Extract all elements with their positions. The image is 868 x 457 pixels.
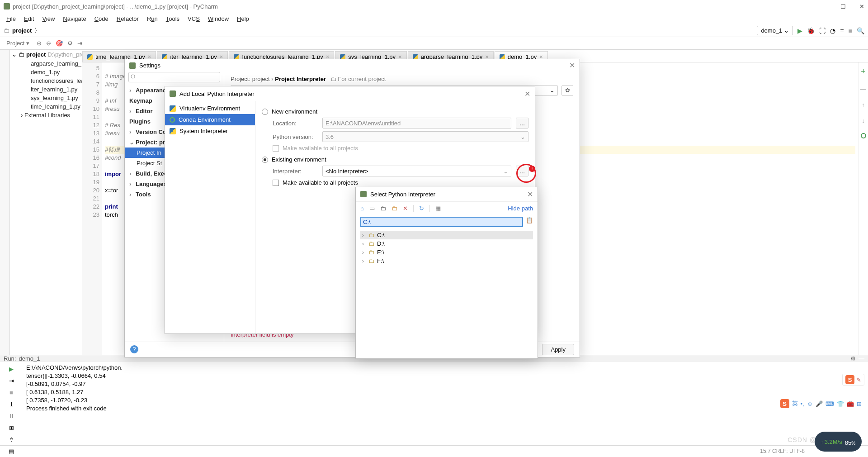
left-gutter-toolwindow[interactable]: [0, 50, 10, 355]
project-root[interactable]: ⌄ 🗀 project D:\python_pro: [10, 50, 82, 59]
radio-existing-env[interactable]: [262, 157, 268, 163]
ime-toolbar[interactable]: S 英 •, ☺ 🎤 ⌨ 👕 🧰 ⊞: [778, 398, 864, 409]
menu-edit[interactable]: Edit: [20, 14, 38, 23]
history-icon[interactable]: 📋: [526, 217, 533, 227]
new-env-radio-row[interactable]: New environment: [262, 108, 528, 115]
drive-row[interactable]: ›🗀F:\: [360, 257, 533, 265]
attach-icon[interactable]: ≡: [840, 27, 844, 34]
coverage-icon[interactable]: ⛶: [819, 27, 826, 34]
hide-icon[interactable]: ⇥: [77, 40, 82, 47]
ime-grid-icon[interactable]: ⊞: [857, 400, 862, 407]
gear-icon[interactable]: ✿: [561, 85, 573, 96]
drive-row[interactable]: ›🗀E:\: [360, 248, 533, 257]
refresh-icon[interactable]: ↻: [419, 205, 424, 212]
tree-file[interactable]: time_learning_1.py: [10, 102, 82, 111]
settings-icon[interactable]: ⚙: [67, 40, 73, 47]
filter-icon[interactable]: ▤: [7, 447, 15, 455]
tree-file[interactable]: sys_learning_1.py: [10, 94, 82, 102]
run-config-selector[interactable]: demo_1 ⌄: [757, 26, 793, 35]
debug-icon[interactable]: 🐞: [807, 27, 815, 34]
ime-skin-icon[interactable]: 👕: [837, 400, 844, 407]
tree-file[interactable]: demo_1.py: [10, 68, 82, 76]
step-icon[interactable]: ⇥: [7, 376, 15, 385]
ime-indicator[interactable]: S✎: [842, 374, 864, 386]
down-icon[interactable]: ↓: [862, 117, 865, 124]
drive-row[interactable]: ›🗀C:\: [360, 231, 533, 239]
layout-icon[interactable]: ⊞: [7, 424, 15, 432]
env-virtualenv[interactable]: Virtualenv Environment: [165, 103, 255, 114]
path-input[interactable]: [360, 217, 523, 227]
show-hidden-icon[interactable]: ▦: [435, 205, 441, 212]
menu-vcs[interactable]: VCS: [184, 14, 203, 23]
env-conda[interactable]: Conda Environment: [165, 114, 255, 125]
up-icon[interactable]: ↑: [862, 101, 865, 108]
tree-file[interactable]: argparse_learning_1: [10, 59, 82, 68]
desktop-icon[interactable]: ▭: [369, 205, 375, 212]
run-icon[interactable]: ▶: [797, 27, 802, 34]
locate-icon[interactable]: 🎯: [56, 40, 63, 47]
ime-mic-icon[interactable]: 🎤: [816, 400, 823, 407]
menu-help[interactable]: Help: [233, 14, 253, 23]
env-type-list[interactable]: Virtualenv Environment Conda Environment…: [165, 101, 255, 333]
ime-tool-icon[interactable]: 🧰: [847, 400, 854, 407]
settings-search[interactable]: [128, 72, 220, 82]
hide-path-link[interactable]: Hide path: [508, 205, 533, 212]
minimize-icon[interactable]: —: [821, 3, 827, 10]
search-icon[interactable]: 🔍: [857, 27, 864, 34]
help-icon[interactable]: ?: [130, 345, 138, 353]
tree-file[interactable]: functionclosures_lea: [10, 76, 82, 85]
menu-tools[interactable]: Tools: [162, 14, 183, 23]
rerun-icon[interactable]: ▶: [7, 365, 15, 373]
apply-button[interactable]: Apply: [542, 344, 574, 355]
stop-icon[interactable]: ■: [849, 27, 852, 34]
project-dropdown[interactable]: Project ▾: [4, 39, 32, 48]
collapse-icon[interactable]: ⊖: [46, 40, 51, 47]
drive-tree[interactable]: ›🗀C:\ ›🗀D:\ ›🗀E:\ ›🗀F:\: [356, 229, 538, 358]
close-icon[interactable]: ✕: [527, 190, 533, 199]
minimize-icon[interactable]: —: [859, 355, 864, 362]
menu-view[interactable]: View: [38, 14, 58, 23]
down-icon[interactable]: ⤓: [7, 400, 15, 408]
stop-icon[interactable]: ■: [7, 388, 15, 396]
menu-run[interactable]: Run: [143, 14, 161, 23]
project-icon[interactable]: 🗀: [380, 205, 386, 212]
search-input[interactable]: [128, 72, 220, 82]
close-icon[interactable]: ✕: [859, 3, 864, 10]
location-input[interactable]: E:\ANACONDA\envs\untitled: [322, 118, 511, 129]
tree-file[interactable]: iter_learning_1.py: [10, 85, 82, 94]
interpreter-select[interactable]: <No interpreter>⌄: [322, 166, 511, 176]
browse-button[interactable]: …: [516, 118, 528, 129]
run-output[interactable]: E:\ANACONDA\envs\pytorch\python.tensor([…: [23, 362, 868, 457]
drive-row[interactable]: ›🗀D:\: [360, 239, 533, 248]
speed-widget[interactable]: ↑ 3.2M/s 85%: [815, 432, 862, 452]
ime-opt-icon[interactable]: •,: [801, 400, 804, 407]
profile-icon[interactable]: ◔: [830, 27, 835, 34]
pyver-select[interactable]: 3.6⌄: [322, 131, 528, 142]
browse-interpreter-button[interactable]: …: [516, 166, 528, 176]
existing-env-radio-row[interactable]: Existing environment: [262, 156, 528, 163]
close-icon[interactable]: ✕: [524, 90, 530, 98]
breadcrumb[interactable]: project: [12, 27, 32, 34]
menu-window[interactable]: Window: [204, 14, 232, 23]
project-tree[interactable]: ⌄ 🗀 project D:\python_pro argparse_learn…: [10, 50, 82, 355]
add-icon[interactable]: +: [861, 67, 866, 76]
menu-refactor[interactable]: Refactor: [113, 14, 142, 23]
maximize-icon[interactable]: ☐: [840, 3, 846, 10]
menu-file[interactable]: File: [3, 14, 19, 23]
home-icon[interactable]: ⌂: [360, 205, 364, 212]
minus-icon[interactable]: —: [860, 86, 866, 92]
new-folder-icon[interactable]: 🗀: [392, 205, 397, 212]
pause-icon[interactable]: ⏸: [7, 412, 15, 420]
gear-icon[interactable]: ⚙: [850, 355, 856, 362]
make-available-checkbox[interactable]: [273, 180, 279, 186]
ime-face-icon[interactable]: ☺: [807, 400, 813, 407]
menu-navigate[interactable]: Navigate: [59, 14, 90, 23]
expand-icon[interactable]: ⊕: [37, 40, 42, 47]
menu-code[interactable]: Code: [91, 14, 112, 23]
external-libraries[interactable]: › External Libraries: [10, 111, 82, 119]
ime-keyboard-icon[interactable]: ⌨: [826, 400, 834, 407]
env-system[interactable]: System Interpreter: [165, 125, 255, 137]
radio-new-env[interactable]: [262, 109, 268, 115]
close-icon[interactable]: ✕: [569, 61, 575, 70]
export-icon[interactable]: ⇮: [7, 435, 15, 443]
